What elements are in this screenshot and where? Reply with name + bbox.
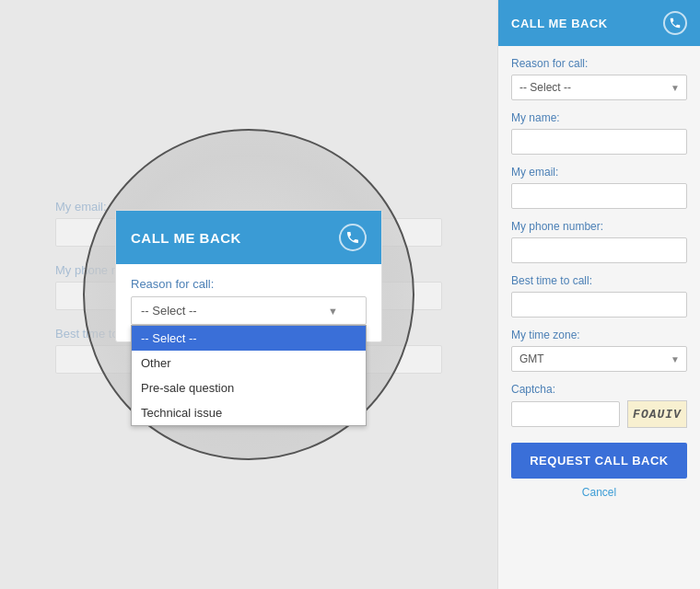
request-callback-button[interactable]: REQUEST CALL BACK — [511, 443, 687, 479]
besttime-input[interactable] — [511, 292, 687, 318]
dropdown-option-presale[interactable]: Pre-sale question — [132, 375, 366, 400]
left-panel: My email: My phone number: Best time to … — [0, 0, 497, 589]
mini-widget-body: Reason for call: -- Select -- ▼ -- Selec… — [116, 264, 381, 341]
mini-select-display[interactable]: -- Select -- ▼ — [131, 296, 367, 325]
mini-widget-title: CALL ME BACK — [131, 230, 241, 246]
phone-input[interactable] — [511, 237, 687, 263]
mini-widget-header: CALL ME BACK — [116, 211, 381, 264]
email-label: My email: — [511, 166, 687, 179]
name-field-group: My name: — [511, 111, 687, 155]
phone-field-group: My phone number: — [511, 220, 687, 263]
right-phone-icon — [663, 11, 687, 35]
mini-phone-icon — [339, 224, 367, 251]
captcha-label: Captcha: — [511, 383, 687, 396]
dropdown-option-other[interactable]: Other — [132, 351, 366, 375]
mini-reason-label: Reason for call: — [131, 277, 367, 291]
captcha-input[interactable] — [511, 401, 620, 427]
reason-label: Reason for call: — [511, 57, 687, 70]
reason-select[interactable]: -- Select -- Other Pre-sale question Tec… — [511, 75, 687, 100]
timezone-select-wrapper[interactable]: GMT GMT+1 GMT+2 EST PST ▼ — [511, 346, 687, 372]
captcha-row: FOAUIV — [511, 400, 687, 428]
right-title: CALL ME BACK — [511, 17, 608, 30]
right-header: CALL ME BACK — [498, 0, 700, 46]
captcha-text: FOAUIV — [633, 408, 682, 422]
captcha-field-group: Captcha: FOAUIV — [511, 383, 687, 428]
mini-widget: CALL ME BACK Reason for call: -- Select … — [115, 210, 382, 342]
right-panel: CALL ME BACK Reason for call: -- Select … — [497, 0, 700, 589]
dropdown-option-select[interactable]: -- Select -- — [132, 326, 366, 351]
phone-label: My phone number: — [511, 220, 687, 233]
cancel-link[interactable]: Cancel — [511, 486, 687, 499]
reason-field-group: Reason for call: -- Select -- Other Pre-… — [511, 57, 687, 100]
email-field-group: My email: — [511, 166, 687, 209]
mini-select-arrow: ▼ — [328, 306, 338, 317]
email-input[interactable] — [511, 183, 687, 209]
name-label: My name: — [511, 111, 687, 124]
reason-select-wrapper[interactable]: -- Select -- Other Pre-sale question Tec… — [511, 75, 687, 100]
timezone-select[interactable]: GMT GMT+1 GMT+2 EST PST — [511, 346, 687, 372]
right-body: Reason for call: -- Select -- Other Pre-… — [498, 46, 700, 589]
circle-overlay: CALL ME BACK Reason for call: -- Select … — [83, 129, 414, 460]
mini-select-value: -- Select -- — [141, 304, 197, 318]
besttime-label: Best time to call: — [511, 274, 687, 287]
name-input[interactable] — [511, 129, 687, 155]
mini-select-wrapper[interactable]: -- Select -- ▼ -- Select -- Other Pre-sa… — [131, 296, 367, 325]
captcha-image: FOAUIV — [627, 400, 687, 428]
dropdown-option-technical[interactable]: Technical issue — [132, 400, 366, 425]
timezone-field-group: My time zone: GMT GMT+1 GMT+2 EST PST ▼ — [511, 329, 687, 372]
mini-dropdown[interactable]: -- Select -- Other Pre-sale question Tec… — [131, 325, 367, 426]
timezone-label: My time zone: — [511, 329, 687, 341]
besttime-field-group: Best time to call: — [511, 274, 687, 318]
